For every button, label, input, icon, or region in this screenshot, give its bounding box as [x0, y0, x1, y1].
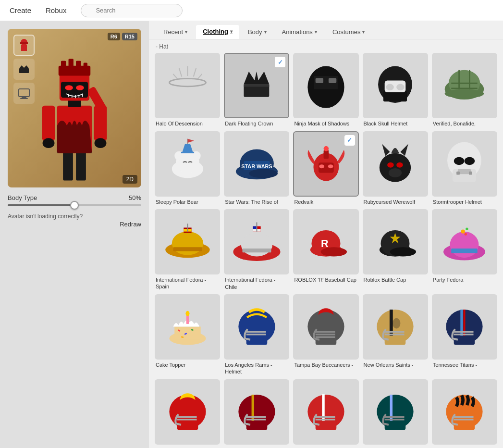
svg-point-86 — [389, 168, 402, 177]
search-wrapper: 🔍 — [81, 4, 311, 17]
svg-line-38 — [179, 68, 181, 76]
tab-costumes[interactable]: Costumes ▾ — [326, 25, 372, 38]
body-type-section: Body Type 50% — [8, 194, 141, 206]
grid-item-13[interactable]: R — [293, 209, 358, 274]
svg-rect-14 — [42, 106, 55, 141]
item-wrapper-9: Rubycursed Werewolf — [363, 131, 428, 206]
svg-point-54 — [396, 84, 404, 90]
item-name-17: Los Angeles Rams - Helmet — [224, 361, 289, 375]
avatar-badge-row: R6 R15 — [108, 33, 137, 40]
item-wrapper-17: Los Angeles Rams - Helmet — [224, 294, 289, 375]
grid-item-25[interactable] — [432, 379, 497, 445]
item-wrapper-25 — [432, 379, 497, 447]
svg-rect-25 — [84, 63, 87, 68]
svg-point-95 — [172, 231, 203, 255]
right-panel: Recent ▾ Clothing ▾ Body ▾ Animations ▾ … — [149, 21, 503, 448]
item-img-25 — [438, 386, 491, 438]
item-img-19 — [369, 300, 421, 353]
grid-item-23[interactable] — [293, 379, 358, 445]
item-name-18: Tampa Bay Buccaneers - — [293, 361, 358, 368]
check-badge-2: ✓ — [275, 57, 285, 67]
grid-item-7[interactable]: STAR WARS — [224, 131, 289, 197]
item-img-14 — [369, 216, 421, 268]
svg-rect-45 — [244, 84, 270, 87]
svg-text:STAR WARS: STAR WARS — [241, 163, 272, 169]
filter-tabs: Recent ▾ Clothing ▾ Body ▾ Animations ▾ … — [149, 21, 503, 39]
svg-point-85 — [396, 162, 403, 168]
chevron-animations: ▾ — [315, 29, 317, 35]
r15-badge: R15 — [122, 33, 137, 40]
grid-item-14[interactable] — [363, 209, 428, 274]
body-type-value: 50% — [129, 194, 141, 201]
grid-item-9[interactable] — [363, 131, 428, 197]
grid-item-4[interactable] — [363, 53, 428, 118]
grid-item-22[interactable] — [224, 379, 289, 445]
svg-rect-48 — [316, 78, 323, 83]
svg-rect-26 — [61, 82, 88, 98]
grid-item-15[interactable] — [432, 209, 497, 274]
item-img-4 — [369, 60, 421, 112]
search-input[interactable] — [81, 4, 183, 17]
tab-animations[interactable]: Animations ▾ — [275, 25, 324, 38]
item-img-15 — [438, 216, 491, 268]
item-img-18 — [300, 300, 352, 353]
grid-item-11[interactable] — [155, 209, 220, 274]
grid-item-2[interactable]: ✓ — [224, 53, 289, 118]
redraw-button[interactable]: Redraw — [8, 221, 141, 228]
grid-item-19[interactable] — [363, 294, 428, 360]
svg-rect-49 — [329, 78, 336, 83]
svg-point-79 — [319, 164, 324, 168]
grid-item-12[interactable] — [224, 209, 289, 274]
svg-rect-66 — [181, 152, 194, 153]
item-img-6 — [161, 137, 214, 190]
item-wrapper-18: Tampa Bay Buccaneers - — [293, 294, 358, 375]
svg-rect-22 — [61, 61, 66, 68]
svg-point-128 — [185, 311, 189, 316]
svg-point-27 — [65, 85, 73, 90]
item-img-17 — [231, 300, 283, 353]
tab-recent[interactable]: Recent ▾ — [157, 25, 194, 38]
robux-nav[interactable]: Robux — [46, 6, 66, 14]
item-name-9: Rubycursed Werewolf — [363, 199, 428, 205]
avatar-thumb-2[interactable] — [13, 59, 35, 80]
chevron-clothing: ▾ — [230, 29, 233, 34]
grid-item-17[interactable] — [224, 294, 289, 360]
item-wrapper-23 — [293, 379, 358, 447]
grid-item-8[interactable]: ✓ — [293, 131, 358, 197]
create-nav[interactable]: Create — [10, 6, 31, 14]
grid-item-3[interactable] — [293, 53, 358, 118]
grid-item-6[interactable] — [155, 131, 220, 197]
svg-point-119 — [466, 227, 468, 230]
svg-rect-9 — [22, 97, 26, 98]
grid-item-5[interactable] — [432, 53, 497, 118]
tab-clothing[interactable]: Clothing ▾ — [196, 25, 239, 39]
item-wrapper-19: New Orleans Saints - — [363, 294, 428, 375]
svg-point-84 — [387, 162, 394, 168]
svg-rect-11 — [63, 150, 73, 180]
avatar-thumb-3[interactable] — [13, 83, 35, 104]
grid-item-21[interactable] — [155, 379, 220, 445]
avatar-2d-badge: 2D — [123, 175, 137, 184]
grid-item-10[interactable] — [432, 131, 497, 197]
svg-point-77 — [323, 146, 329, 151]
item-wrapper-3: Ninja Mask of Shadows — [293, 53, 358, 127]
item-name-12: International Fedora - Chile — [224, 276, 289, 290]
item-name-19: New Orleans Saints - — [363, 361, 428, 368]
avatar-figure — [36, 56, 113, 187]
grid-item-20[interactable] — [432, 294, 497, 360]
grid-item-1[interactable] — [155, 53, 220, 118]
svg-line-39 — [173, 74, 178, 79]
item-wrapper-12: International Fedora - Chile — [224, 209, 289, 290]
grid-item-24[interactable] — [363, 379, 428, 445]
item-name-8: Redvalk — [293, 199, 358, 205]
avatar-thumb-1[interactable] — [13, 35, 35, 56]
grid-item-16[interactable] — [155, 294, 220, 360]
item-img-16 — [161, 300, 214, 353]
grid-item-18[interactable] — [293, 294, 358, 360]
tab-body[interactable]: Body ▾ — [241, 25, 273, 38]
svg-rect-24 — [76, 61, 81, 68]
body-type-slider-thumb[interactable] — [70, 201, 79, 210]
svg-point-135 — [393, 318, 400, 329]
svg-rect-12 — [76, 150, 86, 180]
item-img-5 — [438, 60, 491, 112]
